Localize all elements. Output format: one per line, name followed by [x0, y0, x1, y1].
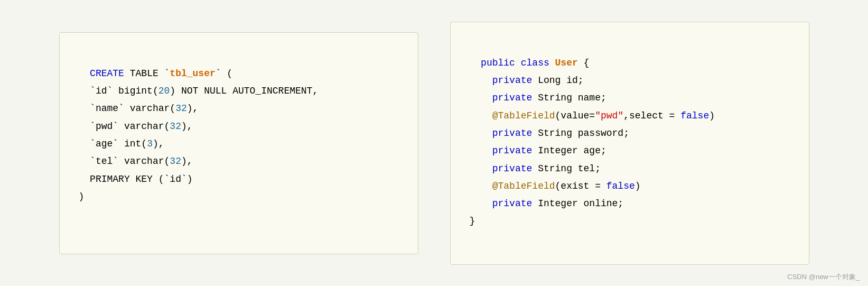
- sql-code-panel: CREATE TABLE `tbl_user` ( `id` bigint(20…: [59, 32, 418, 254]
- java-code-content: public class User { private Long id; pri…: [470, 58, 715, 227]
- sql-code-content: CREATE TABLE `tbl_user` ( `id` bigint(20…: [79, 68, 319, 202]
- java-code-panel: public class User { private Long id; pri…: [450, 22, 809, 265]
- watermark: CSDN @new一个对象_: [787, 272, 860, 282]
